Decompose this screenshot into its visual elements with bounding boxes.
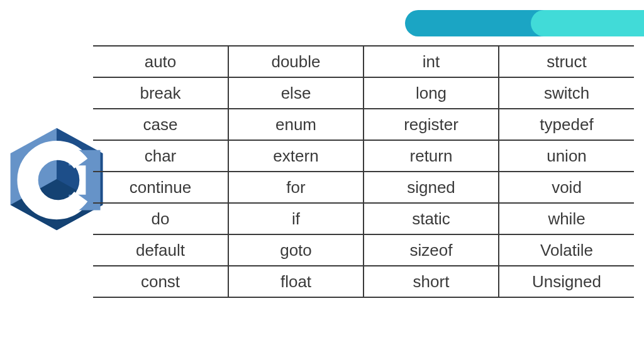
table-row: continue for signed void (93, 172, 634, 203)
table-cell: goto (228, 234, 364, 266)
table-row: default goto sizeof Volatile (93, 234, 634, 266)
table-cell: auto (93, 46, 228, 77)
table-cell: float (228, 266, 364, 297)
table-cell: if (228, 203, 364, 234)
table-row: break else long switch (93, 77, 634, 109)
table-cell: static (364, 203, 499, 234)
table-cell: char (93, 140, 228, 172)
keywords-table: auto double int struct break else long s… (93, 45, 634, 298)
table-cell: case (93, 109, 228, 140)
table-cell: long (364, 77, 499, 109)
table-cell: Volatile (499, 234, 634, 266)
table-row: do if static while (93, 203, 634, 234)
table-cell: union (499, 140, 634, 172)
table-row: auto double int struct (93, 46, 634, 77)
table-row: char extern return union (93, 140, 634, 172)
table-cell: const (93, 266, 228, 297)
table-cell: short (364, 266, 499, 297)
table-cell: double (228, 46, 364, 77)
table-cell: else (228, 77, 364, 109)
table-cell: extern (228, 140, 364, 172)
table-cell: Unsigned (499, 266, 634, 297)
table-cell: switch (499, 77, 634, 109)
pill-front (531, 10, 644, 36)
decorative-pills (405, 10, 644, 36)
table-cell: sizeof (364, 234, 499, 266)
table-cell: int (364, 46, 499, 77)
table-cell: enum (228, 109, 364, 140)
table-cell: return (364, 140, 499, 172)
table-cell: void (499, 172, 634, 203)
table-cell: typedef (499, 109, 634, 140)
table-cell: break (93, 77, 228, 109)
table-row: const float short Unsigned (93, 266, 634, 297)
c-language-logo-icon (6, 126, 107, 233)
table-cell: signed (364, 172, 499, 203)
table-cell: while (499, 203, 634, 234)
table-cell: for (228, 172, 364, 203)
table-cell: do (93, 203, 228, 234)
table-row: case enum register typedef (93, 109, 634, 140)
table-cell: continue (93, 172, 228, 203)
table-cell: register (364, 109, 499, 140)
table-cell: struct (499, 46, 634, 77)
table-cell: default (93, 234, 228, 266)
keywords-table-container: auto double int struct break else long s… (93, 45, 634, 298)
